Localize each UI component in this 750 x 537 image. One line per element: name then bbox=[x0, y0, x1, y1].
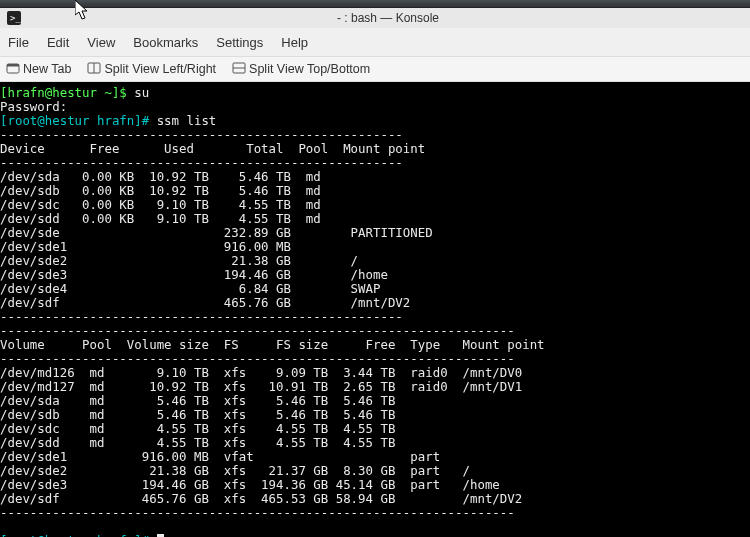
svg-text:>_: >_ bbox=[10, 13, 21, 23]
split-left-right-button[interactable]: Split View Left/Right bbox=[87, 61, 216, 78]
split-top-bottom-button[interactable]: Split View Top/Bottom bbox=[232, 61, 370, 78]
menu-help[interactable]: Help bbox=[281, 35, 308, 50]
tool-bar: New Tab Split View Left/Right Split View… bbox=[0, 56, 750, 82]
window-title: - : bash — Konsole bbox=[30, 11, 746, 25]
window-titlebar: >_ - : bash — Konsole bbox=[0, 8, 750, 28]
menu-bookmarks[interactable]: Bookmarks bbox=[133, 35, 198, 50]
menu-settings[interactable]: Settings bbox=[216, 35, 263, 50]
menu-bar: File Edit View Bookmarks Settings Help bbox=[0, 28, 750, 56]
new-tab-icon bbox=[6, 61, 20, 78]
menu-edit[interactable]: Edit bbox=[47, 35, 69, 50]
split-lr-label: Split View Left/Right bbox=[104, 62, 216, 76]
split-tb-icon bbox=[232, 61, 246, 78]
split-lr-icon bbox=[87, 61, 101, 78]
desktop-top-strip bbox=[0, 0, 750, 8]
new-tab-label: New Tab bbox=[23, 62, 71, 76]
menu-view[interactable]: View bbox=[87, 35, 115, 50]
menu-file[interactable]: File bbox=[8, 35, 29, 50]
split-tb-label: Split View Top/Bottom bbox=[249, 62, 370, 76]
new-tab-button[interactable]: New Tab bbox=[6, 61, 71, 78]
terminal-output[interactable]: [hrafn@hestur ~]$ su Password: [root@hes… bbox=[0, 82, 750, 537]
terminal-app-icon: >_ bbox=[4, 8, 24, 28]
svg-rect-4 bbox=[7, 64, 19, 67]
